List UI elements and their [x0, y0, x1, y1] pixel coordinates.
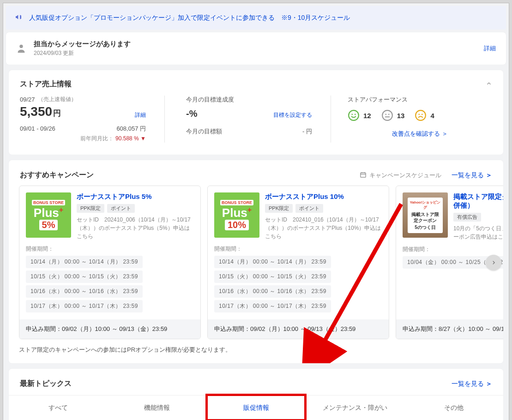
collapse-icon[interactable] [486, 80, 492, 88]
performance-title: ストアパフォーマンス [348, 96, 492, 104]
svg-point-6 [388, 114, 390, 115]
svg-point-4 [382, 110, 392, 120]
campaign-tag: PPK限定 [265, 204, 293, 213]
campaign-title[interactable]: 掲載ストア限定クーポン（5のつく日併催） [453, 192, 503, 210]
campaigns-view-all[interactable]: 一覧を見る＞ [452, 171, 492, 180]
message-date: 2024/09/03 更新 [34, 49, 484, 57]
campaign-tag: ポイント [295, 204, 323, 213]
promo-banner-text[interactable]: 人気販促オプション「プロモーションパッケージ」加入で限定イベントに参加できる ※… [29, 14, 350, 22]
svg-point-9 [419, 114, 420, 115]
svg-point-3 [355, 114, 356, 115]
campaign-title[interactable]: ボーナスストアPlus 10% [265, 192, 382, 201]
store-sales-card: ストア売上情報 09/27 （売上速報値） 5,350 円 詳細 [9, 70, 503, 155]
sales-range: 09/01 - 09/26 [20, 125, 55, 132]
perf-bad-count: 4 [430, 112, 434, 120]
period-chip: 10/14（月） 00:00 ～ 10/14（月） 23:59 [214, 256, 331, 268]
megaphone-icon [14, 13, 23, 22]
campaign-schedule-link[interactable]: キャンペーンスケジュール [360, 171, 441, 180]
campaign-card[interactable]: BONUS STOREPlus+5%ボーナスストアPlus 5%PPK限定ポイン… [19, 186, 201, 339]
campaign-title[interactable]: ボーナスストアPlus 5% [77, 192, 194, 201]
target-title: 今月の目標達成度 [186, 96, 331, 104]
svg-point-5 [385, 114, 386, 115]
face-bad: 4 [415, 109, 434, 121]
perf-neutral-count: 13 [397, 112, 405, 120]
target-amount-label: 今月の目標額 [186, 127, 222, 136]
message-detail-link[interactable]: 詳細 [484, 44, 496, 53]
svg-point-8 [416, 110, 426, 120]
svg-point-1 [349, 110, 359, 120]
calendar-icon [360, 171, 367, 180]
sales-range-value: 608,057 円 [116, 125, 146, 133]
campaign-tag: PPK限定 [77, 204, 104, 213]
promo-banner[interactable]: 人気販促オプション「プロモーションパッケージ」加入で限定イベントに参加できる ※… [6, 6, 506, 30]
topics-card: 最新トピックス 一覧を見る＞ すべて機能情報販促情報メンテナンス・障がいその他 [9, 369, 503, 420]
campaign-desc: セットID 202410_006（10/14（月）～10/17（木））のボーナス… [77, 216, 194, 240]
topics-tab[interactable]: すべて [9, 396, 108, 420]
improve-link[interactable]: 改善点を確認する ＞ [392, 130, 448, 138]
sales-date-suffix: （売上速報値） [38, 96, 77, 103]
apply-period: 申込み期間：09/02（月）10:00 ～ 09/13（金）23:59 [19, 319, 200, 339]
campaign-schedule-label: キャンペーンスケジュール [369, 171, 441, 180]
face-neutral: 13 [381, 109, 405, 121]
campaign-thumb: BONUS STOREPlus+5% [26, 192, 71, 238]
topics-tab[interactable]: 機能情報 [108, 396, 206, 420]
campaign-desc: セットID 202410_016（10/14（月）～10/17（木））のボーナス… [265, 216, 382, 240]
topics-tab[interactable]: メンテナンス・障がい [306, 396, 404, 420]
campaigns-title: おすすめキャンペーン [20, 170, 94, 180]
period-chip: 10/17（木） 00:00 ～ 10/17（木） 23:59 [26, 300, 143, 312]
period-chip: 10/17（木） 00:00 ～ 10/17（木） 23:59 [214, 300, 331, 312]
svg-point-10 [422, 114, 423, 115]
campaign-desc: 10月の「5のつく日」併催、掲載ストア限定クーポン広告申込はこちら [453, 224, 503, 241]
face-good: 12 [348, 109, 371, 121]
topics-title: 最新トピックス [20, 379, 72, 389]
period-chip: 10/14（月） 00:00 ～ 10/14（月） 23:59 [26, 256, 143, 268]
campaigns-note: ストア限定のキャンペーンへの参加にはPRオプション権限が必要となります。 [9, 346, 503, 363]
svg-point-0 [19, 45, 23, 48]
period-chip: 10/16（水） 00:00 ～ 10/16（水） 23:59 [214, 285, 331, 298]
sales-amount: 5,350 [20, 104, 52, 119]
topics-tab[interactable]: 販促情報 [206, 396, 305, 420]
topics-view-all[interactable]: 一覧を見る＞ [452, 380, 492, 388]
apply-period: 申込み期間：09/02（月）10:00 ～ 09/13（金）23:59 [208, 319, 389, 339]
period-label: 開催期間： [214, 245, 382, 253]
topics-tab[interactable]: その他 [404, 396, 503, 420]
campaigns-card: おすすめキャンペーン キャンペーンスケジュール 一覧を見る＞ BONUS STO… [9, 160, 503, 363]
perf-good-count: 12 [363, 112, 371, 120]
campaign-thumb: BONUS STOREPlus+10% [214, 192, 259, 238]
sales-detail-link[interactable]: 詳細 [135, 111, 146, 119]
campaign-card[interactable]: BONUS STOREPlus+10%ボーナスストアPlus 10%PPK限定ポ… [207, 186, 389, 339]
message-card: 担当からメッセージがあります 2024/09/03 更新 詳細 [6, 32, 506, 65]
sales-yoy-value: 90.588 % ▼ [115, 135, 146, 142]
sales-date: 09/27 [20, 96, 35, 103]
target-percent: -% [186, 108, 197, 119]
message-title: 担当からメッセージがあります [34, 40, 484, 48]
target-amount-value: - 円 [302, 127, 312, 136]
period-chip: 10/15（火） 00:00 ～ 10/15（火） 23:59 [214, 270, 331, 283]
apply-period: 申込み期間：8/27（火）10:00 ～ 09/1 [396, 319, 503, 339]
campaign-tag: 有償広告 [453, 213, 481, 222]
period-chip: 10/16（水） 00:00 ～ 10/16（水） 23:59 [26, 285, 143, 298]
period-label: 開催期間： [403, 246, 503, 253]
svg-rect-11 [361, 173, 366, 177]
campaign-tag: ポイント [107, 204, 135, 213]
svg-point-2 [351, 114, 353, 115]
set-target-link[interactable]: 目標を設定する [273, 111, 312, 119]
carousel-next-button[interactable] [486, 255, 501, 270]
period-label: 開催期間： [26, 245, 194, 253]
period-chip: 10/15（火） 00:00 ～ 10/15（火） 23:59 [26, 270, 143, 283]
campaign-thumb: Yahoo!ショッピング掲載ストア限定クーポン5のつく日 [403, 192, 448, 238]
sales-currency: 円 [53, 108, 61, 119]
sales-title: ストア売上情報 [20, 79, 72, 89]
sales-yoy-label: 前年同月比： [80, 135, 114, 142]
person-icon [16, 43, 26, 54]
